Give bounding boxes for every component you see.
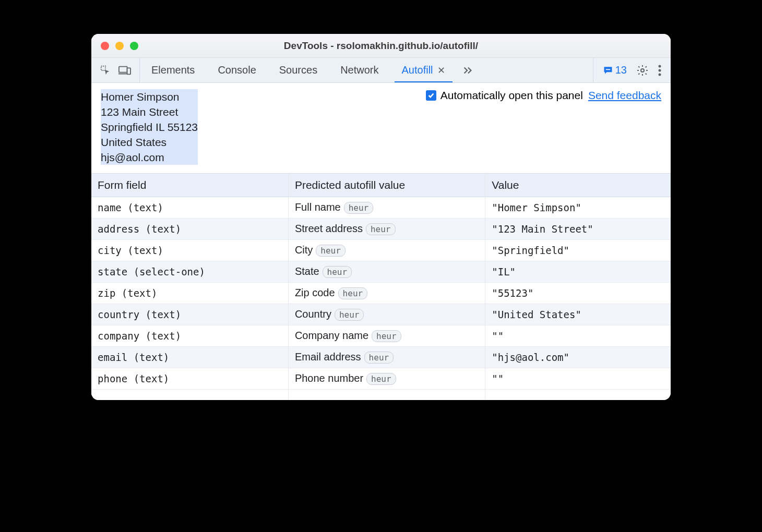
close-icon[interactable]: ✕ [437, 65, 445, 76]
traffic-lights [101, 42, 138, 50]
tab-sources-label: Sources [279, 64, 317, 76]
svg-rect-1 [119, 66, 127, 72]
inspect-icon[interactable] [100, 65, 111, 76]
tab-autofill-label: Autofill [402, 64, 433, 76]
cell-form-field: address (text) [91, 219, 288, 240]
cell-value: "Springfield" [485, 240, 671, 261]
heur-badge: heur [372, 330, 401, 342]
table-row[interactable]: country (text)Countryheur"United States" [91, 304, 671, 325]
predicted-label: Company name [295, 330, 368, 341]
minimize-window-button[interactable] [115, 42, 124, 50]
heur-badge: heur [338, 287, 368, 299]
autofill-panel-header: Homer Simpson 123 Main Street Springfiel… [91, 83, 671, 173]
cell-value: "United States" [485, 304, 671, 325]
maximize-window-button[interactable] [130, 42, 138, 50]
svg-rect-3 [127, 68, 130, 74]
predicted-label: Phone number [295, 372, 363, 384]
predicted-label: State [295, 265, 319, 277]
col-value[interactable]: Value [485, 174, 671, 197]
table-row[interactable]: name (text)Full nameheur"Homer Simpson" [91, 197, 671, 219]
toolbar-tabs: Elements Console Sources Network Autofil… [140, 58, 593, 82]
cell-predicted: Full nameheur [288, 197, 485, 219]
issues-count-label: 13 [615, 64, 627, 76]
chevron-double-right-icon [462, 65, 473, 76]
gear-icon[interactable] [636, 64, 649, 77]
tab-network-label: Network [340, 64, 378, 76]
tab-elements-label: Elements [151, 64, 195, 76]
predicted-label: Full name [295, 201, 341, 213]
cell-predicted: Zip codeheur [288, 283, 485, 304]
cell-value: "IL" [485, 261, 671, 283]
heur-badge: heur [366, 373, 396, 385]
cell-value: "" [485, 368, 671, 390]
heur-badge: heur [344, 202, 374, 214]
address-line-email: hjs@aol.com [101, 150, 198, 165]
table-row[interactable]: address (text)Street addressheur"123 Mai… [91, 219, 671, 240]
predicted-label: Email address [295, 351, 361, 362]
address-line-email-wrap: hjs@aol.com [101, 150, 198, 165]
table-row[interactable]: state (select-one)Stateheur"IL" [91, 261, 671, 283]
cell-form-field: state (select-one) [91, 261, 288, 283]
svg-rect-0 [101, 66, 105, 70]
cell-predicted: Street addressheur [288, 219, 485, 240]
send-feedback-link[interactable]: Send feedback [588, 89, 661, 102]
more-tabs-button[interactable] [457, 58, 479, 82]
device-toolbar-icon[interactable] [118, 65, 131, 76]
autofill-table: Form field Predicted autofill value Valu… [91, 173, 671, 400]
cell-form-field: company (text) [91, 325, 288, 347]
table-row[interactable]: zip (text)Zip codeheur"55123" [91, 283, 671, 304]
auto-open-checkbox-wrap[interactable]: Automatically open this panel [426, 89, 583, 102]
col-predicted-value[interactable]: Predicted autofill value [288, 174, 485, 197]
table-row[interactable]: phone (text)Phone numberheur"" [91, 368, 671, 390]
cell-predicted: Stateheur [288, 261, 485, 283]
tab-elements[interactable]: Elements [140, 58, 206, 82]
table-row[interactable]: city (text)Cityheur"Springfield" [91, 240, 671, 261]
heur-badge: heur [366, 223, 396, 235]
table-row[interactable]: company (text)Company nameheur"" [91, 325, 671, 347]
cell-value: "" [485, 325, 671, 347]
toolbar-left-group [91, 58, 140, 82]
address-line-street: 123 Main Street [101, 104, 198, 119]
address-line-city-state-zip: Springfield IL 55123 [101, 119, 198, 135]
message-icon [603, 65, 613, 76]
col-form-field[interactable]: Form field [91, 174, 288, 197]
toolbar: Elements Console Sources Network Autofil… [91, 58, 671, 83]
panel-top-right: Automatically open this panel Send feedb… [426, 89, 661, 102]
cell-predicted: Company nameheur [288, 325, 485, 347]
tab-sources[interactable]: Sources [268, 58, 329, 82]
cell-value: "hjs@aol.com" [485, 347, 671, 368]
cell-form-field: zip (text) [91, 283, 288, 304]
tab-network[interactable]: Network [329, 58, 390, 82]
kebab-menu-icon[interactable] [658, 65, 661, 76]
issues-counter[interactable]: 13 [603, 64, 627, 76]
cell-predicted: Email addressheur [288, 347, 485, 368]
predicted-label: Street address [295, 223, 363, 234]
heur-badge: heur [323, 266, 352, 278]
table-footer-blank [91, 390, 671, 400]
tab-console-label: Console [218, 64, 256, 76]
cell-value: "Homer Simpson" [485, 197, 671, 219]
svg-point-7 [659, 69, 661, 71]
close-window-button[interactable] [101, 42, 109, 50]
heur-badge: heur [364, 352, 394, 364]
address-preview: Homer Simpson 123 Main Street Springfiel… [101, 89, 198, 165]
cell-form-field: email (text) [91, 347, 288, 368]
heur-badge: heur [316, 245, 346, 257]
predicted-label: Zip code [295, 287, 335, 298]
predicted-label: City [295, 244, 313, 256]
auto-open-checkbox-label: Automatically open this panel [440, 89, 583, 102]
address-line-name: Homer Simpson [101, 89, 198, 104]
cell-form-field: city (text) [91, 240, 288, 261]
cell-predicted: Phone numberheur [288, 368, 485, 390]
table-row[interactable]: email (text)Email addressheur"hjs@aol.co… [91, 347, 671, 368]
cell-form-field: country (text) [91, 304, 288, 325]
table-body: name (text)Full nameheur"Homer Simpson"a… [91, 197, 671, 390]
table-header-row: Form field Predicted autofill value Valu… [91, 174, 671, 197]
address-line-country-wrap: United States [101, 135, 198, 150]
tab-autofill[interactable]: Autofill ✕ [390, 58, 457, 82]
svg-point-5 [641, 69, 644, 72]
cell-predicted: Countryheur [288, 304, 485, 325]
devtools-window: DevTools - rsolomakhin.github.io/autofil… [91, 34, 671, 400]
tab-console[interactable]: Console [206, 58, 267, 82]
svg-point-8 [659, 73, 661, 76]
